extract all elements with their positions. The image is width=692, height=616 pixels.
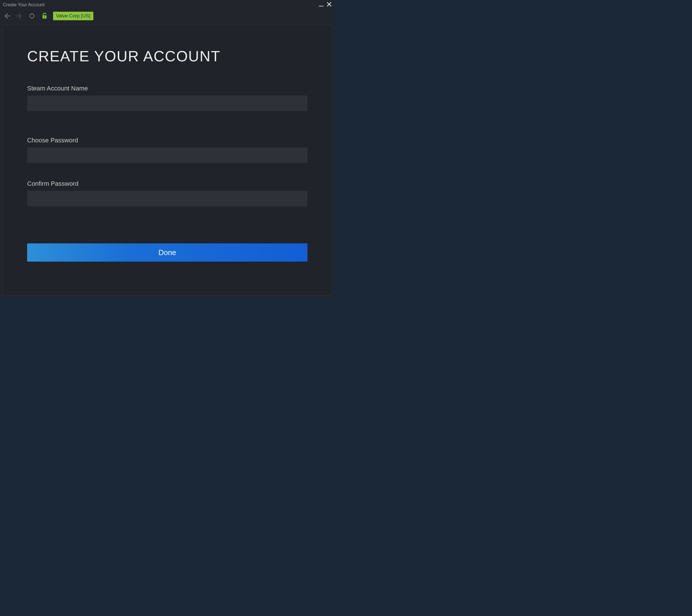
reload-button[interactable] [28,12,36,20]
password-input[interactable] [27,148,308,163]
confirm-password-input[interactable] [27,191,308,206]
window-title: Create Your Account [3,2,319,7]
account-name-label: Steam Account Name [27,85,308,92]
nav-toolbar: Valve Corp [US] [0,10,335,22]
svg-rect-6 [44,16,45,18]
account-name-input[interactable] [27,95,308,111]
app-window: Create Your Account Valve Corp [US] Crea… [0,0,335,298]
ev-certificate-badge[interactable]: Valve Corp [US] [53,12,93,20]
password-label: Choose Password [27,137,308,144]
confirm-password-label: Confirm Password [27,180,308,188]
page-title: Create Your Account [27,48,308,65]
window-controls [319,2,332,8]
field-group-password: Choose Password [27,137,308,163]
field-group-account-name: Steam Account Name [27,85,308,111]
forward-button[interactable] [16,12,23,20]
back-button[interactable] [3,12,11,20]
minimize-button[interactable] [319,2,324,8]
done-button[interactable]: Done [27,243,308,262]
content-frame: Create Your Account Steam Account Name C… [2,24,332,295]
close-button[interactable] [327,2,332,8]
field-group-confirm-password: Confirm Password [27,180,308,206]
titlebar: Create Your Account [0,0,335,10]
content-wrap: Create Your Account Steam Account Name C… [0,22,335,298]
lock-icon [41,12,48,20]
svg-rect-0 [319,6,323,6]
